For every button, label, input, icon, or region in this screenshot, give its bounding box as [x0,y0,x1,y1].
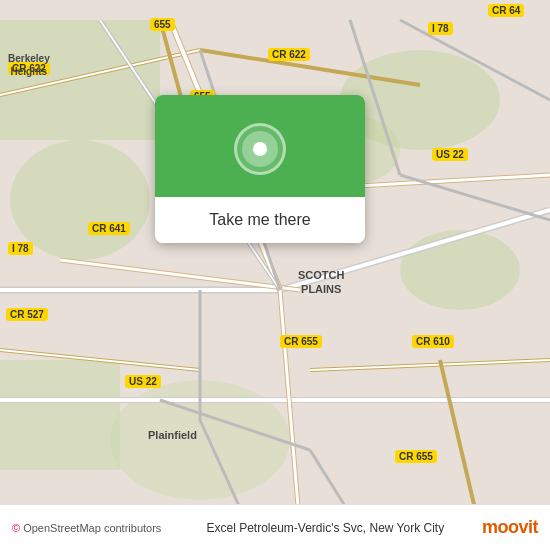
road-label-i78-top: I 78 [428,22,453,35]
road-label-cr610: CR 610 [412,335,454,348]
road-label-us22-left: US 22 [125,375,161,388]
svg-point-3 [400,230,520,310]
map-roads-svg [0,0,550,550]
copyright-text: © OpenStreetMap contributors [12,522,169,534]
take-me-there-card[interactable]: Take me there [155,95,365,243]
card-green-section [155,95,365,197]
road-label-cr64: CR 64 [488,4,524,17]
moovit-logo: moovit [482,517,538,538]
road-label-i78-left: I 78 [8,242,33,255]
svg-line-27 [310,360,550,370]
road-label-cr641: CR 641 [88,222,130,235]
city-label-berkeley-heights: BerkeleyHeights [8,52,50,78]
map-container: 655 655 CR 622 CR 622 I 78 CR 64 US 22 2… [0,0,550,550]
road-label-655-1: 655 [150,18,175,31]
city-label-plainfield: Plainfield [148,428,197,442]
svg-rect-5 [0,360,120,470]
road-label-us22-right: US 22 [432,148,468,161]
city-label-scotch-plains: SCOTCHPLAINS [298,268,344,297]
bottom-bar: © OpenStreetMap contributors Excel Petro… [0,504,550,550]
copyright-symbol: © [12,522,20,534]
location-pin [234,123,286,175]
road-label-cr622-right: CR 622 [268,48,310,61]
road-label-cr655-mid: CR 655 [280,335,322,348]
place-name: Excel Petroleum-Verdic's Svc, New York C… [169,521,482,535]
take-me-there-button[interactable]: Take me there [209,211,310,229]
svg-line-23 [280,290,300,530]
moovit-text: moovit [482,517,538,538]
road-label-cr527: CR 527 [6,308,48,321]
svg-rect-0 [0,20,160,140]
road-label-cr655-bottom: CR 655 [395,450,437,463]
card-button-area[interactable]: Take me there [155,197,365,243]
